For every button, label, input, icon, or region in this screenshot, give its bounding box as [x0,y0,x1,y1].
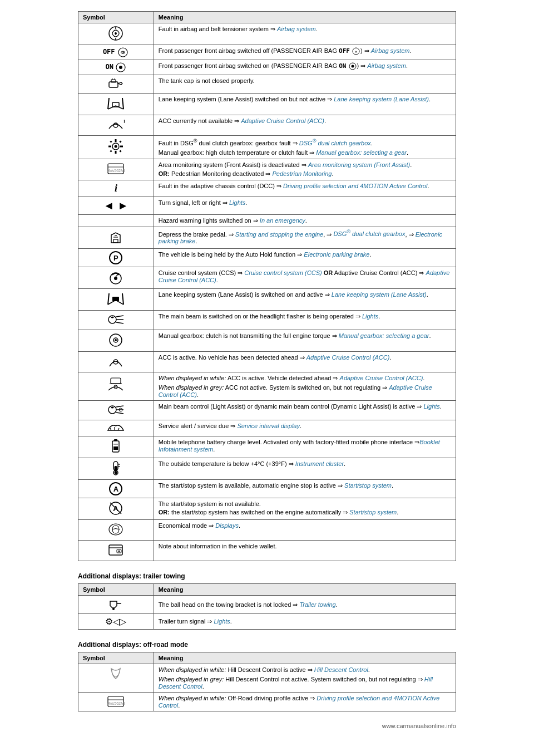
symbol-cell [78,596,154,614]
acc-active-icon [107,354,124,369]
meaning-cell: When displayed in white: Off-Road drivin… [154,693,456,711]
meaning-cell: Economical mode ⇒ Displays. [154,520,456,541]
table-row: Economical mode ⇒ Displays. [78,520,456,541]
period: . [230,618,232,625]
lane-assist-off-icon [106,96,126,111]
temp-icon [108,460,123,476]
area-monitoring-icon: m/k/s562MK [83,163,149,176]
meaning-text: Note about information in the vehicle wa… [159,543,277,549]
period: . [409,47,411,54]
symbol-cell [78,458,154,480]
svg-text:!: ! [123,119,125,124]
meaning-text: The ball head on the towing bracket is n… [159,601,300,608]
meaning-text-1: When displayed in white: Hill Descent Co… [159,666,451,674]
meaning-link: Lights [423,403,439,410]
trailer-section-header: Additional displays: trailer towing [78,572,456,580]
svg-line-58 [116,413,123,414]
meaning-link: Start/stop system [344,482,392,489]
period: . [427,183,429,189]
symbol-cell: OFF ✕ [78,45,154,60]
table-row: ACC is active. No vehicle has been detec… [78,352,456,372]
svg-line-42 [122,293,123,305]
meaning-link: Electronic parking brake [304,251,369,258]
meaning-text2: ) ⇒ [357,62,368,69]
page-content: Symbol Meaning ! Fault in [78,11,456,729]
meaning-text-2: When displayed in grey: ACC not active. … [159,384,451,398]
svg-point-10 [119,66,122,69]
period: . [429,332,431,339]
meaning-cell: Lane keeping system (Lane Assist) switch… [154,94,456,115]
meaning-cell: The vehicle is being held by the Auto Ho… [154,249,456,267]
meaning-link: Lane keeping system (Lane Assist) [334,96,429,102]
period: . [369,251,371,258]
symbol-cell [78,94,154,115]
trailer-table: Symbol Meaning The ball head on the towi… [78,583,456,630]
meaning-text-2: Manual gearbox: high clutch temperature … [159,149,451,156]
meaning-link: Area monitoring system (Front Assist) [308,161,411,168]
svg-point-50 [115,339,117,341]
table-row: ⚙◁▷ Trailer turn signal ⇒ Lights. [78,614,456,630]
svg-rect-43 [112,297,119,301]
meaning-cell: Note about information in the vehicle wa… [154,541,456,561]
period: . [300,423,301,429]
meaning-link: In an emergency [260,217,305,224]
meaning-text: Front passenger front airbag switched of… [159,47,352,54]
table-row: OFF ✕ Front passenger front airbag switc… [78,45,456,60]
symbol-cell [78,289,154,311]
eco-icon [107,522,124,537]
meaning-link2: Manual gearbox: selecting a gear [316,149,407,156]
meaning-cell: Fault in DSG® dual clutch gearbox: gearb… [154,136,456,159]
svg-rect-64 [114,439,117,441]
tow-ball-icon [108,598,123,610]
meaning-text-2: When displayed in grey: Hill Descent Con… [159,676,451,690]
symbol-cell [78,352,154,372]
svg-rect-77 [109,545,122,555]
table-row: When displayed in white: Hill Descent Co… [78,664,456,693]
meaning-text: The vehicle is being held by the Auto Ho… [159,251,304,258]
meaning-cell: The start/stop system is not available. … [154,498,456,520]
meaning-link: Instrument cluster [295,460,344,467]
meaning-text2: ) ⇒ [360,47,371,54]
table-row: The outside temperature is below +4°C (+… [78,458,456,480]
table-row: ! Fault in airbag and belt tensioner sys… [78,23,456,45]
meaning-text: Fault in airbag and belt tensioner syste… [159,26,277,32]
svg-line-17 [108,98,109,109]
symbol-cell [78,401,154,420]
svg-rect-35 [113,239,118,243]
svg-line-40 [116,274,118,277]
svg-text:!: ! [115,32,116,36]
svg-line-57 [116,406,123,407]
meaning-cell: The ball head on the towing bracket is n… [154,596,456,614]
period: . [378,313,380,320]
lane-assist-on-icon [106,291,126,307]
svg-rect-26 [108,146,111,148]
meaning-link2: DSG® dual clutch gearbox [333,230,405,237]
symbol-cell: ! [78,23,154,45]
symbol-cell: A [78,498,154,520]
meaning-link: Service interval display [237,423,300,429]
svg-line-18 [122,98,123,109]
meaning-cell: ACC is active. No vehicle has been detec… [154,352,456,372]
symbol-cell: m/k/s562MK [78,159,154,180]
symbol-header: Symbol [78,12,154,23]
period: . [406,62,408,69]
meaning-cell: The main beam is switched on or the head… [154,311,456,330]
table-row: Lane keeping system (Lane Assist) is swi… [78,289,456,311]
period: . [344,460,345,467]
trailer-turn-icon: ⚙◁▷ [83,616,149,627]
symbol-cell [78,520,154,541]
meaning-text: The start/stop system is available, auto… [159,482,344,489]
svg-point-70 [115,472,117,474]
meaning-text-1: The start/stop system is not available. [159,500,451,507]
table-row: Note about information in the vehicle wa… [78,541,456,561]
table-row: Lane keeping system (Lane Assist) switch… [78,94,456,115]
symbol-cell [78,664,154,693]
table-row: Service alert / service due ⇒ Service in… [78,420,456,436]
meaning-link: Lights [214,618,230,625]
hill-descent-icon [109,667,122,684]
svg-text:✕: ✕ [355,50,357,53]
meaning-link: Start/stop system [349,509,397,516]
svg-point-23 [115,145,117,148]
meaning-cell: Front passenger front airbag switched on… [154,60,456,75]
meaning-cell: Fault in airbag and belt tensioner syste… [154,23,456,45]
